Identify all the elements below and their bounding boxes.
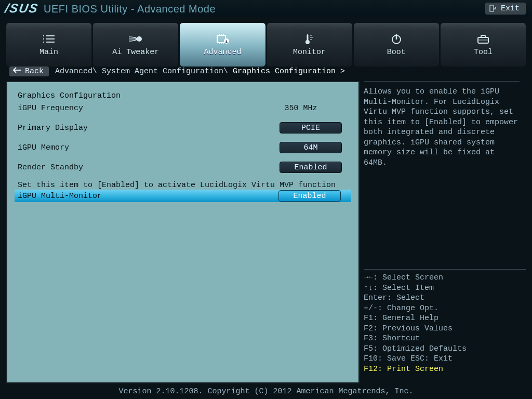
title-bar: /SUS UEFI BIOS Utility - Advanced Mode E… [0,0,532,17]
key-hint: F3: Shortcut [364,334,526,344]
breadcrumb: Advanced\ System Agent Configuration\ Gr… [55,67,345,76]
key-hint: Enter: Select [364,293,526,303]
igpu-multi-monitor-row[interactable]: iGPU Multi-Monitor Enabled [15,190,351,202]
footer-copyright: Version 2.10.1208. Copyright (C) 2012 Am… [0,387,532,396]
tab-label: Monitor [293,48,326,57]
key-legend: →←: Select Screen ↑↓: Select Item Enter:… [364,269,526,374]
exit-button[interactable]: Exit [485,3,526,15]
key-hint: F1: General Help [364,313,526,324]
key-hint: +/-: Change Opt. [364,303,526,314]
tab-label: Advanced [204,48,241,57]
comet-icon [128,33,143,45]
section-heading: Graphics Configuration [18,91,246,100]
power-icon [389,33,404,45]
tab-bar: Main Ai Tweaker i Advanced Monitor Boot … [0,17,532,66]
chip-info-icon: i [215,33,230,45]
igpu-multi-monitor-select[interactable]: Enabled [278,190,341,202]
settings-panel: Graphics Configuration iGPU Frequency 35… [6,81,360,383]
igpu-frequency-value: 350 MHz [267,104,335,113]
setting-hint: Set this item to [Enabled] to activate L… [14,181,352,190]
svg-rect-25 [481,35,485,37]
back-label: Back [25,67,44,76]
key-hint-highlight: F12: Print Screen [364,364,526,375]
arrow-left-icon [12,67,22,76]
tab-label: Main [39,48,58,57]
breadcrumb-seg[interactable]: System Agent Configuration\ [97,67,228,76]
breadcrumb-seg[interactable]: Advanced\ [55,67,97,76]
primary-display-select[interactable]: PCIE [280,122,342,134]
igpu-frequency-label: iGPU Frequency [18,104,246,113]
tab-advanced[interactable]: i Advanced [180,23,265,66]
back-button[interactable]: Back [9,66,49,76]
svg-text:i: i [225,39,228,44]
key-hint: F2: Previous Values [364,324,526,334]
svg-rect-0 [490,5,494,11]
help-panel: Allows you to enable the iGPU Multi-Moni… [364,81,520,168]
help-text: Allows you to enable the iGPU Multi-Moni… [364,87,518,167]
exit-door-icon [489,5,497,12]
tab-boot[interactable]: Boot [354,23,439,66]
svg-rect-18 [307,34,308,41]
breadcrumb-row: Back Advanced\ System Agent Configuratio… [6,65,360,77]
app-title: UEFI BIOS Utility - Advanced Mode [44,3,216,15]
tab-label: Boot [387,48,406,57]
exit-label: Exit [501,4,520,13]
primary-display-label: Primary Display [18,124,246,132]
breadcrumb-current: Graphics Configuration > [228,67,345,76]
brand-logo: /SUS [4,2,39,15]
key-hint: →←: Select Screen [364,273,526,283]
render-standby-select[interactable]: Enabled [280,162,342,173]
key-hint: ↑↓: Select Item [364,283,526,294]
tab-ai-tweaker[interactable]: Ai Tweaker [93,23,178,66]
igpu-memory-label: iGPU Memory [18,143,246,152]
svg-point-7 [137,36,142,42]
igpu-multi-monitor-label: iGPU Multi-Monitor [18,192,246,201]
key-hint: F10: Save ESC: Exit [364,354,526,364]
render-standby-label: Render Standby [18,163,246,172]
tab-tool[interactable]: Tool [441,23,526,66]
list-icon [41,33,57,45]
tab-main[interactable]: Main [6,23,91,66]
tab-label: Tool [474,48,493,57]
tab-monitor[interactable]: Monitor [267,23,352,66]
igpu-memory-select[interactable]: 64M [280,142,342,153]
tab-label: Ai Tweaker [112,48,159,57]
toolbox-icon [475,33,491,45]
key-hint: F5: Optimized Defaults [364,344,526,354]
thermometer-icon [302,33,317,45]
